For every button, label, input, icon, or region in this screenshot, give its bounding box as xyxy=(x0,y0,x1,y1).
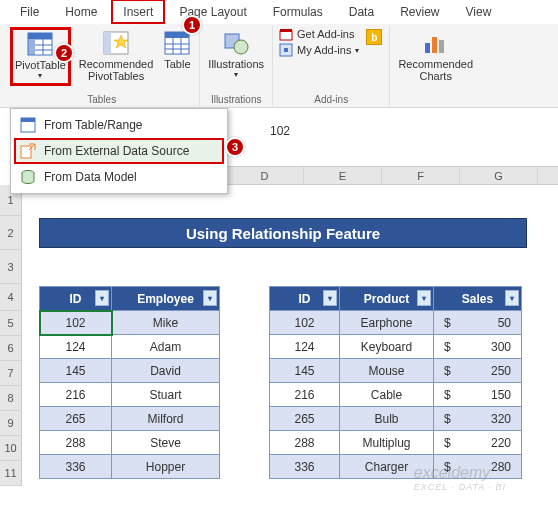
cell[interactable]: Earphone xyxy=(340,311,434,335)
from-external-data-source-label: From External Data Source xyxy=(44,144,189,158)
row-headers: 1234567891011 xyxy=(0,185,22,486)
cell[interactable]: Charger xyxy=(340,455,434,479)
cell[interactable]: $320 xyxy=(434,407,522,431)
group-illustrations-label: Illustrations xyxy=(211,93,262,107)
col-header[interactable]: E xyxy=(304,167,382,184)
cell[interactable]: Hopper xyxy=(112,455,220,479)
cell[interactable]: Adam xyxy=(112,335,220,359)
get-addins-button[interactable]: Get Add-ins xyxy=(279,27,359,41)
tab-page-layout[interactable]: Page Layout xyxy=(167,0,258,24)
cell[interactable]: David xyxy=(112,359,220,383)
col-header[interactable]: D xyxy=(226,167,304,184)
table-row: 145David xyxy=(40,359,220,383)
row-header[interactable]: 9 xyxy=(0,411,21,436)
tab-formulas[interactable]: Formulas xyxy=(261,0,335,24)
svg-rect-2 xyxy=(28,33,35,55)
cell[interactable]: 336 xyxy=(270,455,340,479)
cell[interactable]: 336 xyxy=(40,455,112,479)
table-row: 102Mike xyxy=(40,311,220,335)
ribbon: PivotTable ▾ Recommended PivotTables Tab… xyxy=(0,24,558,108)
sales-table: ID▾ Product▾ Sales▾ 102Earphone$50124Key… xyxy=(269,286,522,479)
cell[interactable]: 124 xyxy=(270,335,340,359)
col-header[interactable]: G xyxy=(460,167,538,184)
recommended-pivottables-button[interactable]: Recommended PivotTables xyxy=(77,27,156,84)
cell[interactable]: 145 xyxy=(40,359,112,383)
recommended-pivottables-icon xyxy=(102,29,130,57)
filter-drop-icon[interactable]: ▾ xyxy=(417,290,431,306)
cell[interactable]: $280 xyxy=(434,455,522,479)
my-addins-label: My Add-ins xyxy=(297,44,351,56)
step-badge-1: 1 xyxy=(182,15,202,35)
table-row: 102Earphone$50 xyxy=(270,311,522,335)
row-header[interactable]: 11 xyxy=(0,461,21,486)
row-header[interactable]: 4 xyxy=(0,284,21,311)
row-header[interactable]: 10 xyxy=(0,436,21,461)
row-header[interactable]: 7 xyxy=(0,361,21,386)
cell[interactable]: 265 xyxy=(40,407,112,431)
table-row: 336Charger$280 xyxy=(270,455,522,479)
filter-drop-icon[interactable]: ▾ xyxy=(203,290,217,306)
my-addins-button[interactable]: My Add-ins ▾ xyxy=(279,43,359,57)
cell[interactable]: 265 xyxy=(270,407,340,431)
cell[interactable]: $150 xyxy=(434,383,522,407)
cell[interactable]: 124 xyxy=(40,335,112,359)
tab-view[interactable]: View xyxy=(454,0,504,24)
cell[interactable]: Stuart xyxy=(112,383,220,407)
col-header[interactable]: F xyxy=(382,167,460,184)
cell[interactable]: $250 xyxy=(434,359,522,383)
data-model-icon xyxy=(20,169,36,185)
filter-drop-icon[interactable]: ▾ xyxy=(323,290,337,306)
col-header-id[interactable]: ID▾ xyxy=(270,287,340,311)
cell[interactable]: Mouse xyxy=(340,359,434,383)
cell[interactable]: Milford xyxy=(112,407,220,431)
table-row: 216Cable$150 xyxy=(270,383,522,407)
tab-data[interactable]: Data xyxy=(337,0,386,24)
from-table-range-item[interactable]: From Table/Range xyxy=(14,112,224,138)
col-header-id[interactable]: ID▾ xyxy=(40,287,112,311)
tab-file[interactable]: File xyxy=(8,0,51,24)
filter-drop-icon[interactable]: ▾ xyxy=(505,290,519,306)
cell[interactable]: 288 xyxy=(40,431,112,455)
row-header[interactable]: 8 xyxy=(0,386,21,411)
cell[interactable]: Bulb xyxy=(340,407,434,431)
cell[interactable]: Keyboard xyxy=(340,335,434,359)
cell[interactable]: Cable xyxy=(340,383,434,407)
cell[interactable]: Steve xyxy=(112,431,220,455)
col-header-employee[interactable]: Employee▾ xyxy=(112,287,220,311)
cell[interactable]: Mike xyxy=(112,311,220,335)
row-header[interactable]: 3 xyxy=(0,250,21,284)
illustrations-label: Illustrations xyxy=(208,58,264,70)
cell[interactable]: 102 xyxy=(40,311,112,335)
chevron-down-icon: ▾ xyxy=(234,71,238,80)
from-external-data-source-item[interactable]: From External Data Source xyxy=(14,138,224,164)
addins-icon xyxy=(279,43,293,57)
illustrations-button[interactable]: Illustrations ▾ xyxy=(206,27,266,82)
cell[interactable]: 216 xyxy=(270,383,340,407)
from-data-model-item[interactable]: From Data Model xyxy=(14,164,224,190)
row-header[interactable]: 6 xyxy=(0,336,21,361)
cell[interactable]: 102 xyxy=(270,311,340,335)
cell[interactable]: Multiplug xyxy=(340,431,434,455)
bing-maps-button[interactable]: b xyxy=(365,27,383,47)
filter-drop-icon[interactable]: ▾ xyxy=(95,290,109,306)
tab-home[interactable]: Home xyxy=(53,0,109,24)
cell[interactable]: 216 xyxy=(40,383,112,407)
group-illustrations: Illustrations ▾ Illustrations xyxy=(200,26,273,107)
cell[interactable]: $50 xyxy=(434,311,522,335)
col-header-sales[interactable]: Sales▾ xyxy=(434,287,522,311)
cell[interactable]: $220 xyxy=(434,431,522,455)
cell[interactable]: 145 xyxy=(270,359,340,383)
cell[interactable]: 288 xyxy=(270,431,340,455)
col-header-product[interactable]: Product▾ xyxy=(340,287,434,311)
svg-rect-22 xyxy=(425,43,430,53)
recommended-charts-label: Recommended Charts xyxy=(398,58,473,82)
tab-review[interactable]: Review xyxy=(388,0,451,24)
worksheet[interactable]: Using Relationship Feature ID▾ Employee▾… xyxy=(22,186,558,522)
row-header[interactable]: 5 xyxy=(0,311,21,336)
chart-icon xyxy=(422,29,450,57)
cell[interactable]: $300 xyxy=(434,335,522,359)
step-badge-2: 2 xyxy=(54,43,74,63)
tab-insert[interactable]: Insert xyxy=(111,0,165,24)
row-header[interactable]: 2 xyxy=(0,216,21,250)
recommended-charts-button[interactable]: Recommended Charts xyxy=(396,27,475,84)
